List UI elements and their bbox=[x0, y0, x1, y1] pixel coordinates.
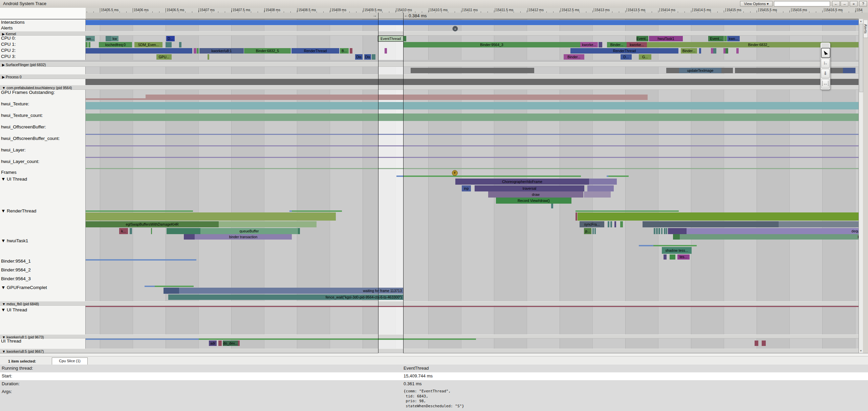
trace-slice[interactable] bbox=[403, 36, 406, 41]
trace-slice[interactable] bbox=[576, 212, 577, 221]
trace-slice[interactable] bbox=[843, 68, 855, 73]
trace-slice[interactable]: RenderThread bbox=[570, 48, 678, 54]
trace-slice[interactable] bbox=[179, 42, 181, 47]
scrollbar-thumb[interactable] bbox=[859, 24, 863, 92]
trace-slice[interactable]: updateTexImage bbox=[679, 68, 721, 73]
trace-slice[interactable]: B... bbox=[340, 48, 349, 54]
trace-slice[interactable] bbox=[592, 228, 594, 234]
help-button[interactable]: ? bbox=[859, 1, 867, 6]
trace-slice[interactable]: adr bbox=[209, 341, 217, 346]
trace-slice[interactable]: dequeueBuffer bbox=[687, 228, 859, 234]
fast-forward-button[interactable]: » bbox=[850, 1, 858, 6]
alerts-side-tab[interactable]: Alerts bbox=[863, 20, 868, 38]
trace-slice[interactable] bbox=[654, 228, 655, 234]
trace-slice[interactable]: waiting for frame 113713 bbox=[179, 288, 403, 294]
trace-slice[interactable]: traversal bbox=[475, 185, 584, 191]
trace-slice[interactable] bbox=[167, 228, 200, 234]
pan-tool-button[interactable]: ↔↔ bbox=[821, 59, 830, 68]
trace-slice[interactable]: Dis bbox=[355, 54, 363, 60]
trace-slice[interactable] bbox=[589, 179, 617, 185]
trace-slice[interactable] bbox=[86, 48, 192, 54]
trace-slice[interactable] bbox=[713, 48, 716, 54]
trace-slice[interactable] bbox=[411, 68, 534, 73]
trace-slice[interactable]: wo... bbox=[86, 36, 95, 41]
trace-slice[interactable] bbox=[151, 228, 152, 234]
trace-slice[interactable] bbox=[86, 114, 859, 121]
trace-slice[interactable]: G... bbox=[639, 54, 651, 60]
trace-slice[interactable]: kworke... bbox=[627, 42, 647, 47]
trace-slice[interactable] bbox=[661, 228, 663, 234]
process-section-header[interactable]: ▼ kworker/u8:1 (pid 9673) bbox=[0, 334, 859, 338]
trace-slice[interactable] bbox=[666, 68, 679, 73]
process-section-header[interactable]: ▶ SurfaceFlinger (pid 6832) bbox=[0, 62, 859, 67]
trace-slice[interactable] bbox=[610, 221, 612, 227]
trace-slice[interactable] bbox=[106, 36, 111, 41]
trace-slice[interactable] bbox=[594, 228, 596, 234]
process-section-header[interactable]: ▼ com.prefabulated.touchlatency (pid 956… bbox=[0, 85, 859, 90]
trace-slice[interactable]: Event... bbox=[636, 36, 648, 41]
trace-slice[interactable] bbox=[779, 221, 859, 227]
trace-slice[interactable] bbox=[88, 42, 90, 47]
trace-slice[interactable]: RenderThread bbox=[291, 48, 339, 54]
selection-line-start[interactable] bbox=[378, 13, 378, 353]
trace-slice[interactable]: syncFra... bbox=[580, 221, 604, 227]
trace-slice[interactable]: shadow tess... bbox=[662, 247, 692, 254]
trace-slice[interactable] bbox=[666, 228, 667, 234]
trace-slice[interactable]: Event... bbox=[708, 36, 724, 41]
trace-slice[interactable] bbox=[86, 42, 88, 47]
process-section-header[interactable]: ▶ Process 0 bbox=[0, 74, 859, 79]
trace-slice[interactable] bbox=[130, 228, 132, 234]
trace-slice[interactable]: eglSwapBuffersWithDamageKHR bbox=[86, 221, 219, 227]
trace-slice[interactable] bbox=[614, 221, 616, 227]
trace-slice[interactable] bbox=[219, 221, 317, 227]
trace-slice[interactable]: draw bbox=[488, 191, 583, 198]
timing-tool-button[interactable]: ↔ bbox=[821, 79, 830, 88]
trace-slice[interactable] bbox=[762, 341, 766, 346]
horizontal-scrollbar[interactable] bbox=[0, 353, 868, 356]
process-section-header[interactable]: ▼ kworker/u8:5 (pid 9667) bbox=[0, 349, 859, 353]
trace-slice[interactable]: Binder... bbox=[564, 54, 584, 60]
trace-viewport[interactable]: InteractionsAlerts▲▶ KernelCPU 0:wo...kw… bbox=[0, 19, 859, 353]
search-input[interactable] bbox=[774, 1, 830, 6]
frame-marker-icon[interactable]: F bbox=[452, 170, 458, 176]
trace-slice[interactable] bbox=[372, 54, 375, 60]
back-button[interactable]: ← bbox=[832, 1, 840, 6]
trace-slice[interactable]: Binder... bbox=[681, 48, 697, 54]
trace-slice[interactable] bbox=[721, 68, 733, 73]
trace-slice[interactable] bbox=[86, 79, 859, 85]
trace-slice[interactable] bbox=[668, 228, 687, 234]
palette-grip-handle[interactable] bbox=[822, 43, 829, 47]
trace-slice[interactable] bbox=[656, 228, 658, 234]
trace-slice[interactable] bbox=[599, 42, 602, 47]
trace-slice[interactable]: Dis bbox=[364, 54, 371, 60]
trace-slice[interactable]: hwuiTask1 bbox=[649, 36, 683, 41]
trace-slice[interactable]: Record View#draw() bbox=[496, 198, 571, 204]
trace-slice[interactable] bbox=[86, 20, 859, 25]
trace-slice[interactable] bbox=[194, 48, 196, 54]
trace-slice[interactable] bbox=[298, 228, 300, 234]
trace-slice[interactable]: Choreographer#doFrame bbox=[455, 179, 589, 185]
trace-slice[interactable]: k... bbox=[119, 228, 128, 234]
trace-slice[interactable] bbox=[755, 341, 758, 346]
trace-slice[interactable]: p... bbox=[584, 228, 591, 234]
forward-button[interactable]: → bbox=[841, 1, 848, 6]
process-section-header[interactable]: ▼ mdss_fb0 (pid 6848) bbox=[0, 301, 859, 306]
trace-slice[interactable]: kworker/u8:1 bbox=[199, 48, 244, 54]
trace-slice[interactable]: fence_wait("kgsl-3d0-pid-9564-ctx-6-ts-4… bbox=[168, 294, 403, 300]
trace-slice[interactable] bbox=[587, 185, 614, 191]
trace-slice[interactable] bbox=[643, 221, 779, 227]
trace-slice[interactable] bbox=[608, 221, 609, 227]
trace-slice[interactable]: Binder:9564_3 bbox=[403, 42, 580, 47]
trace-slice[interactable]: SDM_Even... bbox=[134, 42, 162, 47]
selection-tool-button[interactable] bbox=[821, 48, 830, 58]
trace-slice[interactable] bbox=[725, 48, 728, 54]
trace-slice[interactable]: GPU... bbox=[156, 54, 172, 60]
trace-slice[interactable] bbox=[658, 228, 660, 234]
scroll-up-icon[interactable]: ▲ bbox=[859, 20, 863, 23]
trace-slice[interactable] bbox=[86, 212, 336, 221]
trace-slice[interactable] bbox=[197, 48, 199, 54]
trace-slice[interactable]: D... bbox=[166, 36, 175, 41]
trace-slice[interactable]: Binder:6832_5 bbox=[244, 48, 291, 54]
trace-slice[interactable] bbox=[350, 48, 352, 54]
trace-slice[interactable]: Binder... bbox=[607, 42, 627, 47]
